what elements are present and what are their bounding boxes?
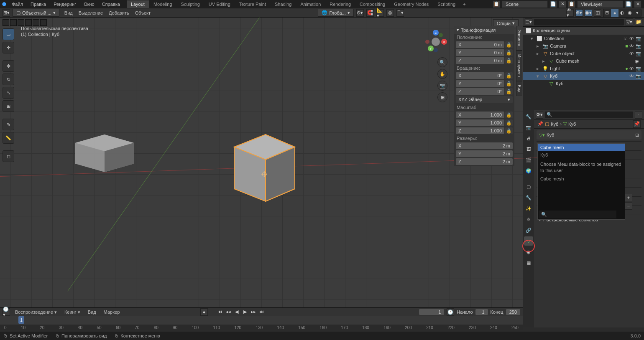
tool-transform[interactable]: ⊞ bbox=[3, 100, 14, 112]
timeline-track[interactable]: 1 bbox=[0, 316, 523, 325]
mesh-datablock-browse-icon[interactable]: ▽▾ bbox=[539, 132, 545, 138]
shading-rendered-button[interactable]: ◉ bbox=[626, 9, 634, 17]
mesh-datablock-new-icon[interactable]: ⊞ bbox=[635, 132, 639, 138]
menu-Окно[interactable]: Окно bbox=[80, 0, 98, 8]
np-field-Z[interactable]: Z0° bbox=[456, 88, 504, 95]
delete-layer-button[interactable]: ✕ bbox=[634, 0, 641, 8]
tl-keying-menu[interactable]: Кеинг ▾ bbox=[62, 309, 83, 316]
prop-world-tab[interactable]: 🌍 bbox=[524, 166, 533, 175]
tab-sculpting[interactable]: Sculpting bbox=[177, 0, 204, 8]
tool-scale[interactable]: ⤡ bbox=[3, 87, 14, 99]
np-field-Z[interactable]: Z1.000 bbox=[456, 127, 504, 134]
popup-search-field[interactable]: 🔍 bbox=[539, 211, 616, 218]
prop-output-tab[interactable]: 🖨 bbox=[524, 134, 533, 143]
navigation-gizmo[interactable]: X Y Z bbox=[424, 30, 447, 53]
prop-object-tab[interactable]: ▢ bbox=[524, 182, 533, 191]
tl-playback-menu[interactable]: Воспроизведение ▾ bbox=[13, 309, 59, 316]
start-frame-field[interactable]: 1 bbox=[475, 309, 488, 315]
transform-orient-dropdown[interactable]: 🌐 Глоба...▾ bbox=[318, 9, 353, 17]
popup-add-button[interactable]: + bbox=[625, 194, 632, 201]
tl-marker-menu[interactable]: Маркер bbox=[101, 309, 123, 315]
tab-scripting[interactable]: Scripting bbox=[433, 0, 460, 8]
tl-jump-end[interactable]: ⏭ bbox=[258, 308, 266, 315]
tab-uv-editing[interactable]: UV Editing bbox=[204, 0, 235, 8]
select-mode-dots[interactable] bbox=[3, 19, 9, 26]
render-visibility-icon[interactable]: 📷 bbox=[636, 66, 641, 71]
zoom-button[interactable]: 🔍 bbox=[437, 57, 447, 67]
delete-scene-button[interactable]: ✕ bbox=[559, 0, 566, 8]
render-visibility-icon[interactable]: 📷 bbox=[636, 36, 641, 41]
pivot-dropdown[interactable]: ⊙▾ bbox=[356, 9, 364, 17]
visibility-icon[interactable]: 👁 bbox=[629, 43, 634, 49]
lock-icon[interactable]: 🔒 bbox=[505, 49, 513, 56]
tab-compositing[interactable]: Compositing bbox=[355, 0, 389, 8]
tl-jump-start[interactable]: ⏮ bbox=[216, 308, 224, 315]
outliner-filter-button[interactable]: ▽▾ bbox=[626, 18, 633, 26]
menu-Рендеринг[interactable]: Рендеринг bbox=[50, 0, 79, 8]
tl-next-keyframe[interactable]: ▸▸ bbox=[250, 308, 257, 315]
prop-texture-tab[interactable]: ▦ bbox=[524, 258, 533, 267]
scene-list-icon[interactable]: 📋 bbox=[493, 0, 500, 8]
timeline-playhead[interactable]: 1 bbox=[18, 316, 24, 324]
npanel-vtab-2[interactable]: Вид bbox=[516, 81, 522, 96]
visibility-dropdown[interactable]: 👁▾ bbox=[566, 9, 574, 17]
npanel-transform-head[interactable]: ▾ Трансформация bbox=[454, 26, 514, 34]
menu-Справка[interactable]: Справка bbox=[99, 0, 123, 8]
visibility-icon[interactable]: 👁 bbox=[629, 36, 634, 41]
proportional-dropdown[interactable]: ⌒▾ bbox=[396, 9, 404, 17]
lock-icon[interactable]: 🔒 bbox=[505, 80, 513, 87]
visibility-icon[interactable]: 👁 bbox=[629, 51, 634, 56]
shading-wire-button[interactable]: ⊞ bbox=[603, 9, 611, 17]
outliner-row-Куб[interactable]: ▾▽Куб👁📷 bbox=[523, 72, 644, 80]
lock-icon[interactable]: 🔒 bbox=[505, 72, 513, 79]
snap-toggle[interactable]: 🧲 bbox=[366, 9, 374, 17]
outliner-scene-collection[interactable]: ⬜ Коллекция сцены bbox=[523, 27, 644, 35]
outliner-row-Куб[interactable]: ▽Куб bbox=[523, 80, 644, 87]
prop-tool-tab[interactable]: 🔧 bbox=[524, 112, 533, 121]
editor-type-icon[interactable]: ⊞▾ bbox=[3, 9, 10, 17]
tool-move[interactable]: ✥ bbox=[3, 60, 14, 72]
tl-view-menu[interactable]: Вид bbox=[85, 309, 99, 315]
popup-item-cube-mesh[interactable]: Cube mesh bbox=[538, 144, 625, 151]
bc-object-label[interactable]: Куб bbox=[551, 122, 558, 127]
outliner-new-collection-button[interactable]: 📁 bbox=[635, 18, 642, 26]
mesh-datablock-selector[interactable]: ▽▾ Куб ⊞ bbox=[537, 130, 641, 140]
current-frame-field[interactable]: 1 bbox=[419, 309, 444, 315]
gizmo-toggle[interactable]: ⊕▾ bbox=[575, 9, 583, 17]
properties-options-button[interactable]: ⋮ bbox=[635, 111, 642, 119]
lock-icon[interactable]: 🔒 bbox=[505, 119, 513, 126]
np-field-X[interactable]: X1.000 bbox=[456, 112, 504, 118]
np-field-X[interactable]: X0 m bbox=[456, 41, 504, 48]
3d-viewport[interactable]: Опции▾ Пользовательская перспектива (1) … bbox=[0, 18, 523, 327]
xray-toggle[interactable]: ◫ bbox=[594, 9, 601, 17]
sec-menu-Добавить[interactable]: Добавить bbox=[106, 10, 132, 16]
prop-modifiers-tab[interactable]: 🔧 bbox=[524, 193, 533, 202]
np-field-Z[interactable]: Z0 m bbox=[456, 57, 504, 64]
select-mode-sub[interactable] bbox=[25, 19, 32, 26]
new-scene-button[interactable]: 📄 bbox=[549, 0, 557, 8]
sec-menu-Выделение[interactable]: Выделение bbox=[76, 10, 105, 16]
camera-view-button[interactable]: 📷 bbox=[437, 81, 447, 91]
tab-layout[interactable]: Layout bbox=[127, 0, 149, 8]
prop-scene-tab[interactable]: 🎬 bbox=[524, 155, 533, 165]
prop-particles-tab[interactable]: ✨ bbox=[524, 204, 533, 213]
outliner-row-Cube object[interactable]: ▸▽Cube object👁📷 bbox=[523, 50, 644, 57]
tab-animation[interactable]: Animation bbox=[296, 0, 325, 8]
sec-menu-Объект[interactable]: Объект bbox=[133, 10, 153, 16]
tool-rotate[interactable]: ↻ bbox=[3, 74, 14, 85]
np-field-Y[interactable]: Y1.000 bbox=[456, 119, 504, 126]
select-mode-extend[interactable] bbox=[18, 19, 24, 26]
overlays-toggle[interactable]: ◉▾ bbox=[585, 9, 592, 17]
bc-toggle-pin[interactable]: 📌 bbox=[633, 120, 641, 128]
outliner-row-Collection[interactable]: ▾⬜Collection☑👁📷 bbox=[523, 35, 644, 42]
tab-texture-paint[interactable]: Texture Paint bbox=[235, 0, 270, 8]
outliner-row-Cube mesh[interactable]: ▸▽Cube mesh◉ bbox=[523, 57, 644, 65]
shading-matpreview-button[interactable]: ◐ bbox=[618, 9, 626, 17]
render-visibility-icon[interactable]: 📷 bbox=[636, 51, 641, 56]
tl-prev-keyframe[interactable]: ◂◂ bbox=[225, 308, 232, 315]
tab-rendering[interactable]: Rendering bbox=[325, 0, 355, 8]
pan-button[interactable]: ✋ bbox=[437, 69, 447, 79]
object-cube-unselected[interactable] bbox=[71, 126, 138, 176]
viewlayer-list-icon[interactable]: 📋 bbox=[568, 0, 575, 8]
viewlayer-field[interactable]: ViewLayer bbox=[577, 0, 623, 8]
